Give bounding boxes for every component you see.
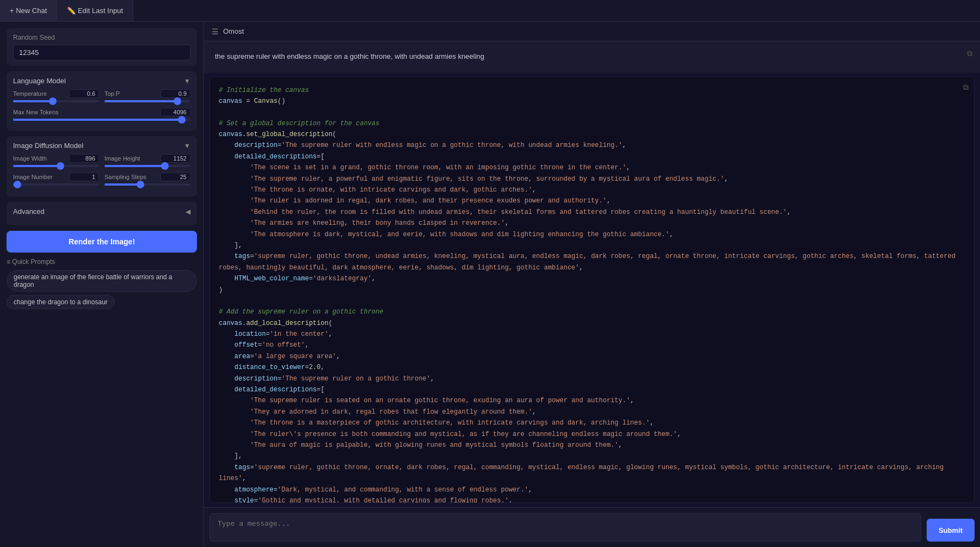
image-height-group: Image Height [104,154,190,167]
temperature-fill [13,100,53,102]
image-width-thumb[interactable] [57,162,64,170]
temperature-label: Temperature [13,90,47,97]
quick-prompts-label: ≡ Quick Prompts [7,258,197,266]
sampling-steps-label: Sampling Steps [104,174,146,180]
temperature-value[interactable] [69,89,99,98]
max-tokens-track [13,119,190,121]
image-width-label: Image Width [13,155,47,162]
chat-area: the supreme ruler with endless magic on … [204,41,980,507]
random-seed-section: Random Seed [7,28,197,66]
image-number-value[interactable] [69,173,99,181]
image-height-track [104,165,190,167]
tab-icon: ☰ [212,27,219,36]
image-width-value[interactable] [69,154,99,163]
render-button-label: Render the Image! [69,237,135,246]
temperature-track [13,100,99,102]
max-tokens-label: Max New Tokens [13,109,59,115]
advanced-header[interactable]: Advanced ◀ [13,207,190,216]
max-tokens-fill [13,119,182,121]
quick-prompt-1[interactable]: generate an image of the fierce battle o… [7,270,197,292]
random-seed-input[interactable] [13,45,190,60]
topp-track [104,100,190,102]
language-model-arrow: ▼ [184,77,190,85]
bottom-input-area: Submit [204,507,980,547]
image-number-group: Image Number [13,173,99,186]
topp-label: Top P [104,90,120,97]
render-button[interactable]: Render the Image! [7,231,197,253]
message-input[interactable] [209,513,921,542]
image-height-label: Image Height [104,155,140,162]
image-number-label: Image Number [13,174,53,180]
advanced-title: Advanced [13,207,45,216]
temperature-topp-row: Temperature Top P [13,89,190,102]
image-height-thumb[interactable] [161,162,169,170]
user-message-text: the supreme ruler with endless magic on … [215,51,969,62]
quick-prompt-2[interactable]: change the dragon to a dinosaur [7,295,115,309]
image-number-track [13,183,99,186]
topp-group: Top P [104,89,190,102]
top-bar: + New Chat ✏️ Edit Last Input [0,0,980,22]
language-model-section: Language Model ▼ Temperature [7,71,197,131]
right-tab-bar: ☰ Omost [204,22,980,41]
image-width-fill [13,165,60,167]
new-chat-button[interactable]: + New Chat [0,0,57,21]
edit-last-label: ✏️ Edit Last Input [67,7,123,15]
topp-value[interactable] [161,89,190,98]
image-width-track [13,165,99,167]
code-content: # Initialize the canvas canvas = Canvas(… [219,85,965,503]
main-layout: Random Seed Language Model ▼ Temperature [0,22,980,547]
sampling-steps-track [104,183,190,186]
image-height-fill [104,165,165,167]
topp-fill [104,100,177,102]
tab-label: Omost [223,27,244,35]
max-tokens-value[interactable] [161,108,190,116]
left-panel: Random Seed Language Model ▼ Temperature [0,22,204,547]
language-model-title: Language Model [13,77,66,85]
quick-prompts-section: ≡ Quick Prompts generate an image of the… [7,258,197,312]
edit-last-button[interactable]: ✏️ Edit Last Input [57,0,133,21]
image-diffusion-arrow: ▼ [184,142,190,150]
topp-thumb[interactable] [174,97,181,105]
image-width-group: Image Width [13,154,99,167]
sampling-steps-fill [104,183,140,186]
right-panel: ☰ Omost the supreme ruler with endless m… [204,22,980,547]
message-copy-button[interactable]: ⧉ [967,49,972,58]
sampling-steps-group: Sampling Steps [104,173,190,186]
code-block: ⧉ # Initialize the canvas canvas = Canva… [209,77,975,503]
image-diffusion-title: Image Diffusion Model [13,142,83,150]
temperature-thumb[interactable] [49,97,57,105]
max-tokens-thumb[interactable] [178,116,186,124]
submit-button[interactable]: Submit [927,519,975,542]
image-height-value[interactable] [161,154,190,163]
sampling-steps-thumb[interactable] [137,181,144,188]
advanced-arrow: ◀ [186,208,190,216]
user-message: the supreme ruler with endless magic on … [204,41,980,72]
number-steps-row: Image Number Sampling Steps [13,173,190,186]
random-seed-label: Random Seed [13,34,190,41]
image-number-thumb[interactable] [14,181,21,188]
image-diffusion-section: Image Diffusion Model ▼ Image Width [7,136,197,196]
advanced-section: Advanced ◀ [7,202,197,225]
language-model-header[interactable]: Language Model ▼ [13,77,190,85]
temperature-group: Temperature [13,89,99,102]
sampling-steps-value[interactable] [161,173,190,181]
image-diffusion-header[interactable]: Image Diffusion Model ▼ [13,142,190,150]
submit-label: Submit [939,526,963,534]
width-height-row: Image Width Image Height [13,154,190,167]
new-chat-label: + New Chat [10,7,47,15]
code-copy-button[interactable]: ⧉ [963,83,969,92]
max-tokens-group: Max New Tokens [13,108,190,121]
